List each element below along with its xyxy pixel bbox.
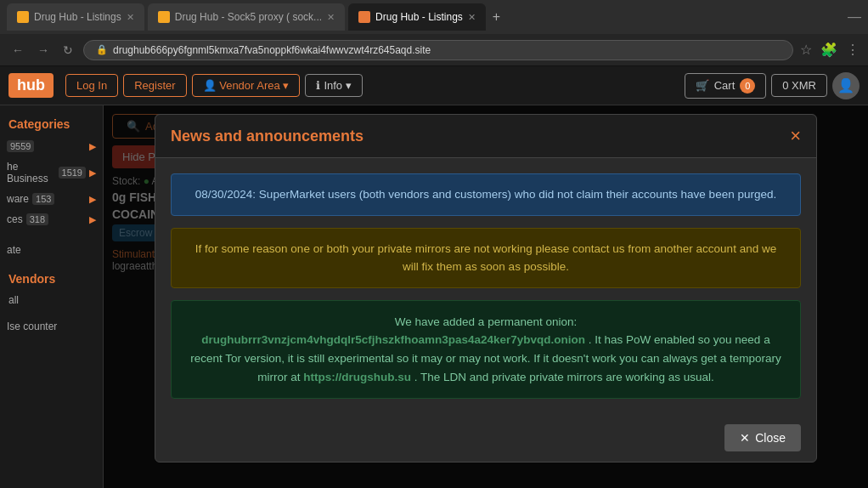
modal-overlay: News and announcements × 08/30/2024: Sup… [104,105,868,488]
notice-green: We have added a permanent onion: drughub… [171,300,801,399]
sidebar-item-3[interactable]: ware 153 ▶ [0,189,103,209]
sidebar-badge-1: 9559 [7,140,34,152]
new-tab-button[interactable]: + [493,9,500,25]
sidebar: Categories 9559 ▶ he Business 1519 ▶ war… [0,105,104,488]
window-minimize[interactable]: — [848,9,861,25]
address-field[interactable]: 🔒 drughub666py6fgnml5kmxa7fva5noppkf6wka… [83,40,793,60]
sidebar-label-4: ces [7,213,23,225]
tab-3[interactable]: Drug Hub - Listings ✕ [348,3,486,31]
address-text: drughub666py6fgnml5kmxa7fva5noppkf6wkai4… [113,44,431,56]
sidebar-badge-2: 1519 [59,167,86,179]
sidebar-arrow-2: ▶ [89,167,96,179]
back-button[interactable]: ← [8,40,27,60]
close-x-icon: ✕ [740,431,750,445]
sidebar-arrow-3: ▶ [89,194,96,205]
tab-1[interactable]: Drug Hub - Listings ✕ [7,3,144,31]
main-area: Categories 9559 ▶ he Business 1519 ▶ war… [0,105,868,488]
xmr-button[interactable]: 0 XMR [771,74,827,97]
sidebar-label-3: ware [7,193,29,205]
sidebar-badge-4: 318 [26,213,48,225]
modal-footer: ✕ Close [155,414,816,462]
lock-icon: 🔒 [96,44,108,55]
cart-badge: 0 [740,78,755,94]
tab-close-1[interactable]: ✕ [127,12,134,23]
right-panel: 🔍 Advanced Hide P Stock: ● Av 0g FISHCA … [104,105,868,488]
sidebar-item-2[interactable]: he Business 1519 ▶ [0,156,103,189]
cart-button[interactable]: 🛒 Cart 0 [685,73,767,99]
cart-icon: 🛒 [696,79,709,92]
bookmark-icon[interactable]: ☆ [800,42,812,58]
browser-chrome: Drug Hub - Listings ✕ Drug Hub - Sock5 p… [0,0,868,34]
forward-button[interactable]: → [34,40,53,60]
sidebar-arrow-4: ▶ [89,214,96,225]
sidebar-counter[interactable]: Ise counter [0,316,103,337]
sidebar-item-1[interactable]: 9559 ▶ [0,136,103,156]
modal-body: 08/30/2024: SuperMarket users (both vend… [155,158,816,414]
site-navbar: hub Log In Register 👤 Vendor Area ▾ ℹ In… [0,66,868,105]
sidebar-ate-label: ate [7,244,21,256]
modal-header: News and announcements × [155,115,816,158]
drugshub-link[interactable]: https://drugshub.su [303,371,411,383]
info-circle-icon: ℹ [316,79,320,92]
modal-close-button[interactable]: × [790,127,801,145]
tab-label-3: Drug Hub - Listings [375,11,463,23]
tab-close-2[interactable]: ✕ [327,12,335,23]
sidebar-item-4[interactable]: ces 318 ▶ [0,209,103,230]
sidebar-link-all[interactable]: all [0,291,103,309]
tab-label-2: Drug Hub - Sock5 proxy ( sock... [175,11,322,23]
address-bar: ← → ↻ 🔒 drughub666py6fgnml5kmxa7fva5nopp… [0,34,868,66]
notice-blue: 08/30/2024: SuperMarket users (both vend… [171,173,801,216]
vendor-chevron-icon: ▾ [283,79,289,92]
tab-favicon-3 [358,11,370,23]
info-button[interactable]: ℹ Info ▾ [305,74,363,97]
notice-yellow: If for some reason one or both your priv… [171,228,801,288]
user-avatar[interactable]: 👤 [832,72,860,99]
tab-close-3[interactable]: ✕ [468,12,476,23]
tab-favicon-1 [17,11,29,23]
toolbar-icons: ☆ 🧩 ⋮ [800,42,860,58]
sidebar-badge-3: 153 [32,193,54,205]
register-button[interactable]: Register [123,74,186,97]
sidebar-arrow-1: ▶ [89,141,96,152]
site-logo: hub [8,73,54,98]
login-button[interactable]: Log In [65,74,118,97]
menu-icon[interactable]: ⋮ [846,42,860,58]
modal-title: News and announcements [171,128,364,145]
extensions-icon[interactable]: 🧩 [820,42,837,58]
user-icon-small: 👤 [203,79,217,92]
sidebar-label-2: he Business [7,161,55,184]
sidebar-ate[interactable]: ate [0,240,103,260]
sidebar-counter-label: Ise counter [7,321,57,332]
tab-label-1: Drug Hub - Listings [34,11,121,23]
sidebar-vendors-title: Vendors [0,267,103,291]
modal: News and announcements × 08/30/2024: Sup… [155,114,817,462]
info-chevron-icon: ▾ [346,79,352,92]
tab-2[interactable]: Drug Hub - Sock5 proxy ( sock... ✕ [148,3,345,31]
vendor-area-button[interactable]: 👤 Vendor Area ▾ [192,74,301,97]
onion-link[interactable]: drughubrrr3vnzjcm4vhgdqlr5cfjhszkfhoamn3… [201,333,585,346]
refresh-button[interactable]: ↻ [59,40,76,60]
tab-favicon-2 [158,11,170,23]
close-modal-button[interactable]: ✕ Close [724,424,801,451]
categories-title: Categories [0,112,103,136]
